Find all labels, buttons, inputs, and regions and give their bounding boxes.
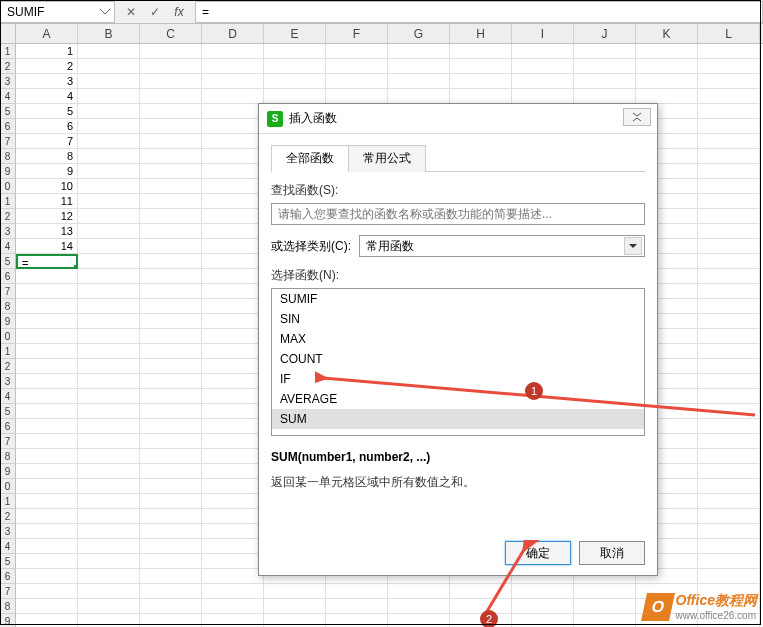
cell[interactable] [512,89,574,104]
row-header[interactable]: 9 [0,464,16,479]
cell[interactable] [140,329,202,344]
cell[interactable] [450,614,512,627]
select-all-corner[interactable] [0,24,16,43]
cell[interactable] [202,59,264,74]
cell[interactable] [698,494,760,509]
search-input[interactable] [271,203,645,225]
cell[interactable] [698,164,760,179]
cell[interactable] [264,74,326,89]
cell[interactable] [16,359,78,374]
cell[interactable] [450,44,512,59]
function-item[interactable]: COUNT [272,349,644,369]
cell[interactable] [78,554,140,569]
cell[interactable] [78,284,140,299]
cell[interactable] [16,479,78,494]
cell[interactable] [698,149,760,164]
cell[interactable] [574,44,636,59]
row-header[interactable]: 4 [0,389,16,404]
row-header[interactable]: 0 [0,179,16,194]
cell[interactable] [16,599,78,614]
cell[interactable] [16,554,78,569]
row-header[interactable]: 8 [0,449,16,464]
cell[interactable] [698,554,760,569]
cell[interactable] [388,599,450,614]
cell[interactable] [202,434,264,449]
row-header[interactable]: 9 [0,164,16,179]
cell[interactable] [140,239,202,254]
cell[interactable] [450,74,512,89]
cell[interactable] [78,239,140,254]
cell[interactable] [16,464,78,479]
cell[interactable] [574,89,636,104]
cell[interactable] [202,134,264,149]
confirm-formula-icon[interactable]: ✓ [147,4,163,20]
cell[interactable] [698,539,760,554]
cell[interactable] [574,59,636,74]
cell[interactable] [450,599,512,614]
cell[interactable] [202,149,264,164]
name-box[interactable]: SUMIF [0,1,115,23]
cell[interactable] [202,479,264,494]
cell[interactable] [140,374,202,389]
cell[interactable] [16,584,78,599]
cell[interactable] [388,74,450,89]
cell[interactable] [512,44,574,59]
cell[interactable] [264,614,326,627]
cancel-button[interactable]: 取消 [579,541,645,565]
row-header[interactable]: 3 [0,524,16,539]
cell[interactable] [636,89,698,104]
cell[interactable] [512,599,574,614]
cell[interactable] [698,44,760,59]
tab-all-functions[interactable]: 全部函数 [271,145,349,172]
ok-button[interactable]: 确定 [505,541,571,565]
cell[interactable] [202,359,264,374]
cell[interactable] [202,554,264,569]
cell[interactable] [78,164,140,179]
cell[interactable] [16,509,78,524]
cell[interactable] [202,254,264,269]
col-header-c[interactable]: C [140,24,202,43]
cell[interactable] [574,74,636,89]
row-header[interactable]: 5 [0,104,16,119]
cell[interactable] [698,209,760,224]
fx-icon[interactable]: fx [171,4,187,20]
cell[interactable] [78,404,140,419]
cell[interactable] [388,614,450,627]
row-header[interactable]: 5 [0,254,16,269]
cell[interactable] [16,404,78,419]
cell[interactable] [78,419,140,434]
cell[interactable] [78,134,140,149]
row-header[interactable]: 1 [0,44,16,59]
cell[interactable] [16,344,78,359]
cell[interactable] [574,584,636,599]
cell[interactable] [140,404,202,419]
cell[interactable] [388,44,450,59]
col-header-g[interactable]: G [388,24,450,43]
cell[interactable] [264,584,326,599]
row-header[interactable]: 1 [0,194,16,209]
cell[interactable] [574,614,636,627]
cell[interactable] [202,374,264,389]
cell[interactable] [698,284,760,299]
col-header-e[interactable]: E [264,24,326,43]
cell[interactable] [16,614,78,627]
cell[interactable] [140,104,202,119]
cell[interactable] [140,569,202,584]
cell[interactable] [16,419,78,434]
cell[interactable] [78,269,140,284]
cell[interactable] [78,299,140,314]
active-cell[interactable]: = [16,254,78,269]
cell[interactable]: 11 [16,194,78,209]
cell[interactable] [388,89,450,104]
cell[interactable] [450,59,512,74]
col-header-b[interactable]: B [78,24,140,43]
cell[interactable] [202,269,264,284]
cell[interactable] [698,254,760,269]
tab-common-formulas[interactable]: 常用公式 [348,145,426,172]
cell[interactable] [140,119,202,134]
cell[interactable] [140,314,202,329]
cell[interactable] [140,74,202,89]
cell[interactable] [140,509,202,524]
cell[interactable] [16,389,78,404]
row-header[interactable]: 1 [0,494,16,509]
